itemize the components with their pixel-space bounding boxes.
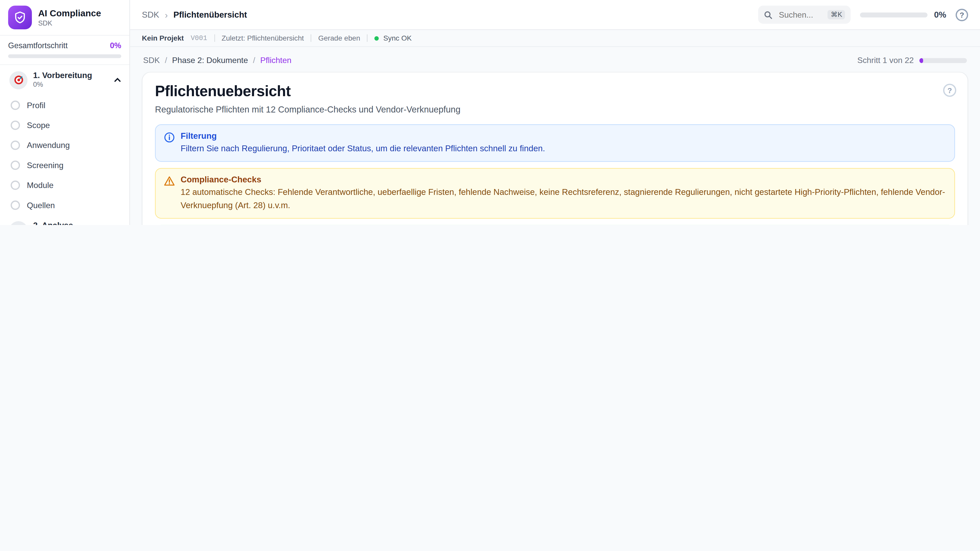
info-box-filterung: Filterung Filtern Sie nach Regulierung, … — [155, 124, 955, 162]
breadcrumb-root[interactable]: SDK — [143, 56, 160, 65]
header-progress: 0% — [860, 10, 946, 19]
sidebar-item-label: Screening — [27, 160, 63, 170]
brand-subtitle: SDK — [38, 19, 101, 27]
sidebar-item-profil[interactable]: Profil — [0, 95, 129, 115]
search-shortcut-badge: ⌘K — [828, 10, 845, 19]
info-box-text: 12 automatische Checks: Fehlende Verantw… — [181, 186, 946, 211]
radio-icon — [11, 180, 20, 190]
breadcrumb-current: Pflichtenübersicht — [173, 10, 247, 19]
app-logo-shield-icon — [8, 6, 32, 29]
breadcrumb: SDK › Pflichtenübersicht — [142, 10, 247, 20]
sidebar-item-scope[interactable]: Scope — [0, 115, 129, 135]
divider — [214, 35, 215, 42]
last-visited: Zuletzt: Pflichtenübersicht — [221, 35, 304, 42]
overall-progress: Gesamtfortschritt 0% — [0, 36, 129, 65]
page-content: SDK / Phase 2: Dokumente / Pflichten Sch… — [130, 47, 980, 225]
last-time: Gerade eben — [318, 35, 360, 42]
breadcrumb-phase[interactable]: Phase 2: Dokumente — [172, 56, 248, 65]
sidebar-item-label: Profil — [27, 100, 45, 110]
info-circle-icon — [164, 132, 175, 143]
page-title: Pflichtenuebersicht — [155, 83, 955, 100]
breadcrumb-root[interactable]: SDK — [142, 10, 159, 19]
status-bar: Kein Projekt V001 Zuletzt: Pflichtenüber… — [130, 30, 980, 47]
project-name: Kein Projekt — [142, 35, 184, 42]
sidebar-item-label: Scope — [27, 120, 50, 130]
info-box-text: Filtern Sie nach Regulierung, Prioritaet… — [181, 142, 545, 155]
info-boxes: Filterung Filtern Sie nach Regulierung, … — [155, 124, 955, 225]
info-box-compliance-checks: Compliance-Checks 12 automatische Checks… — [155, 168, 955, 218]
page-header-card: Pflichtenuebersicht Regulatorische Pflic… — [142, 72, 968, 225]
divider — [311, 35, 311, 42]
radio-icon — [11, 100, 20, 110]
sidebar-item-anwendung[interactable]: Anwendung — [0, 135, 129, 155]
sidebar-item-module[interactable]: Module — [0, 175, 129, 195]
brand: AI Compliance SDK — [0, 0, 129, 36]
sidebar-section-vorbereitung[interactable]: 1. Vorbereitung 0% — [0, 65, 129, 95]
sidebar-section-analyse[interactable]: 2. Analyse 0% — [0, 215, 129, 225]
overall-progress-value: 0% — [110, 41, 121, 50]
sidebar-item-label: Quellen — [27, 200, 55, 210]
main-area: SDK › Pflichtenübersicht ⌘K 0% ? — [130, 0, 980, 225]
help-icon[interactable]: ? — [956, 8, 968, 21]
chevron-right-icon: › — [165, 10, 168, 20]
magnifier-icon — [10, 221, 27, 225]
header-progress-bar — [860, 12, 928, 17]
app-root: AI Compliance SDK Gesamtfortschritt 0% 1… — [0, 0, 980, 225]
info-box-title: Compliance-Checks — [181, 175, 946, 184]
version-badge: V001 — [191, 35, 207, 42]
section-progress: 0% — [33, 81, 92, 89]
step-progress-bar — [919, 58, 967, 63]
sidebar-item-screening[interactable]: Screening — [0, 155, 129, 175]
topbar: SDK › Pflichtenübersicht ⌘K 0% ? — [130, 0, 980, 30]
page-breadcrumb: SDK / Phase 2: Dokumente / Pflichten Sch… — [142, 51, 968, 72]
search-icon — [764, 10, 773, 19]
search-input[interactable] — [778, 10, 822, 20]
sidebar-item-label: Anwendung — [27, 140, 70, 150]
header-progress-value: 0% — [934, 10, 946, 19]
page-subtitle: Regulatorische Pflichten mit 12 Complian… — [155, 104, 955, 114]
breadcrumb-current: Pflichten — [260, 56, 291, 65]
divider — [367, 35, 368, 42]
help-icon[interactable]: ? — [943, 84, 956, 97]
search-box[interactable]: ⌘K — [758, 6, 851, 24]
sidebar-item-quellen[interactable]: Quellen — [0, 195, 129, 215]
chevron-up-icon — [113, 76, 122, 84]
sync-status-dot — [375, 36, 379, 40]
section-title: 1. Vorbereitung — [33, 71, 92, 81]
target-icon — [10, 71, 27, 89]
radio-icon — [11, 160, 20, 170]
overall-progress-bar — [8, 54, 121, 58]
warning-triangle-icon — [164, 176, 175, 187]
sync-status: Sync OK — [383, 35, 412, 42]
step-progress-fill — [919, 58, 923, 63]
radio-icon — [11, 140, 20, 150]
radio-icon — [11, 200, 20, 210]
info-box-title: Filterung — [181, 131, 545, 141]
radio-icon — [11, 120, 20, 130]
sidebar: AI Compliance SDK Gesamtfortschritt 0% 1… — [0, 0, 130, 225]
brand-name: AI Compliance — [38, 8, 101, 19]
step-indicator: Schritt 1 von 22 — [857, 56, 914, 65]
sidebar-nav: 1. Vorbereitung 0% Profil Scope Anwendun… — [0, 65, 129, 225]
overall-progress-label: Gesamtfortschritt — [8, 41, 68, 50]
breadcrumb-separator: / — [253, 56, 255, 65]
info-box-vendor-verknuepfung: Vendor-Verknuepfung Art.-28-Pflichten (A… — [155, 225, 955, 225]
section-title: 2. Analyse — [33, 221, 73, 225]
breadcrumb-separator: / — [165, 56, 167, 65]
sidebar-item-label: Module — [27, 180, 53, 190]
